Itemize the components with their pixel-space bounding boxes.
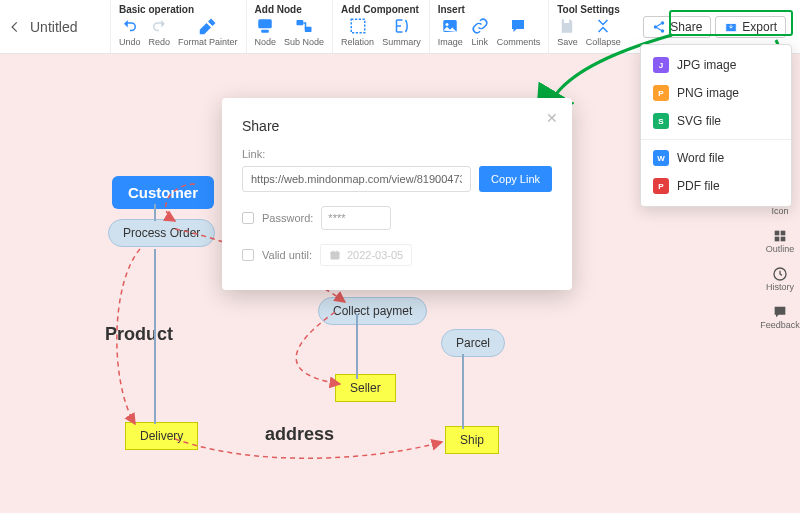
share-dialog-title: Share [242, 118, 552, 134]
export-icon [724, 20, 738, 34]
group-addcomp: Add Component Relation Summary [332, 0, 429, 53]
svg-rect-16 [330, 252, 339, 260]
group-addnode-label: Add Node [255, 4, 325, 15]
share-button[interactable]: Share [643, 16, 711, 38]
save-button[interactable]: Save [557, 17, 578, 47]
label-product: Product [105, 324, 173, 345]
group-basic-label: Basic operation [119, 4, 238, 15]
label-address: address [265, 424, 334, 445]
comments-label: Comments [497, 37, 541, 47]
svg-rect-4 [351, 19, 365, 33]
node-parcel[interactable]: Parcel [441, 329, 505, 357]
password-checkbox[interactable] [242, 212, 254, 224]
share-button-label: Share [670, 20, 702, 34]
valid-checkbox[interactable] [242, 249, 254, 261]
copy-link-button[interactable]: Copy Link [479, 166, 552, 192]
rail-icon-label: Icon [771, 206, 788, 216]
export-jpg[interactable]: JJPG image [641, 51, 791, 79]
node-process-order[interactable]: Process Order [108, 219, 215, 247]
svg-point-7 [661, 21, 665, 25]
redo-button[interactable]: Redo [149, 17, 171, 47]
group-tools-label: Tool Settings [557, 4, 621, 15]
link-label: Link [471, 37, 488, 47]
svg-rect-1 [262, 30, 270, 33]
rail-history-label: History [766, 282, 794, 292]
redo-label: Redo [149, 37, 171, 47]
svg-point-8 [654, 25, 658, 29]
relation-label: Relation [341, 37, 374, 47]
node-seller[interactable]: Seller [335, 374, 396, 402]
export-svg-label: SVG file [677, 114, 721, 128]
undo-button[interactable]: Undo [119, 17, 141, 47]
share-dialog: Share ✕ Link: Copy Link Password: Valid … [222, 98, 572, 290]
svg-rect-0 [259, 19, 273, 28]
group-addnode: Add Node Node Sub Node [246, 0, 333, 53]
group-basic: Basic operation Undo Redo Format Painter [110, 0, 246, 53]
relation-button[interactable]: Relation [341, 17, 374, 47]
group-addcomp-label: Add Component [341, 4, 421, 15]
valid-date-input[interactable]: 2022-03-05 [320, 244, 412, 266]
share-icon [652, 20, 666, 34]
node-button[interactable]: Node [255, 17, 277, 47]
rail-outline[interactable]: Outline [766, 228, 795, 254]
format-painter-label: Format Painter [178, 37, 238, 47]
collapse-label: Collapse [586, 37, 621, 47]
export-button[interactable]: Export [715, 16, 786, 38]
close-icon[interactable]: ✕ [546, 110, 558, 126]
save-label: Save [557, 37, 578, 47]
password-label: Password: [262, 212, 313, 224]
export-png-label: PNG image [677, 86, 739, 100]
format-painter-button[interactable]: Format Painter [178, 17, 238, 47]
calendar-icon [329, 249, 341, 261]
password-input[interactable] [321, 206, 391, 230]
rail-history[interactable]: History [766, 266, 794, 292]
link-button[interactable]: Link [471, 17, 489, 47]
collapse-button[interactable]: Collapse [586, 17, 621, 47]
share-link-input[interactable] [242, 166, 471, 192]
summary-button[interactable]: Summary [382, 17, 421, 47]
valid-date-placeholder: 2022-03-05 [347, 249, 403, 261]
link-label: Link: [242, 148, 552, 160]
back-button[interactable] [8, 0, 30, 53]
export-svg[interactable]: SSVG file [641, 107, 791, 135]
export-jpg-label: JPG image [677, 58, 736, 72]
export-separator [641, 139, 791, 140]
subnode-button[interactable]: Sub Node [284, 17, 324, 47]
valid-label: Valid until: [262, 249, 312, 261]
export-button-label: Export [742, 20, 777, 34]
group-insert-label: Insert [438, 4, 541, 15]
rail-feedback-label: Feedback [760, 320, 800, 330]
subnode-label: Sub Node [284, 37, 324, 47]
svg-rect-11 [775, 231, 780, 236]
export-word[interactable]: WWord file [641, 144, 791, 172]
comments-button[interactable]: Comments [497, 17, 541, 47]
export-menu: JJPG image PPNG image SSVG file WWord fi… [640, 44, 792, 207]
export-png[interactable]: PPNG image [641, 79, 791, 107]
node-ship[interactable]: Ship [445, 426, 499, 454]
svg-rect-12 [781, 231, 786, 236]
node-customer[interactable]: Customer [112, 176, 214, 209]
svg-rect-14 [781, 237, 786, 242]
summary-label: Summary [382, 37, 421, 47]
export-pdf-label: PDF file [677, 179, 720, 193]
svg-point-6 [446, 23, 449, 26]
image-button[interactable]: Image [438, 17, 463, 47]
svg-point-9 [661, 29, 665, 33]
node-collect-payment[interactable]: Collect paymet [318, 297, 427, 325]
undo-label: Undo [119, 37, 141, 47]
export-word-label: Word file [677, 151, 724, 165]
node-label: Node [255, 37, 277, 47]
svg-rect-2 [297, 20, 304, 25]
right-rail: Icon Outline History Feedback [760, 190, 800, 330]
node-delivery[interactable]: Delivery [125, 422, 198, 450]
group-tools: Tool Settings Save Collapse [548, 0, 629, 53]
rail-outline-label: Outline [766, 244, 795, 254]
rail-feedback[interactable]: Feedback [760, 304, 800, 330]
image-label: Image [438, 37, 463, 47]
export-pdf[interactable]: PPDF file [641, 172, 791, 200]
group-insert: Insert Image Link Comments [429, 0, 549, 53]
document-title[interactable]: Untitled [30, 0, 110, 53]
svg-rect-13 [775, 237, 780, 242]
